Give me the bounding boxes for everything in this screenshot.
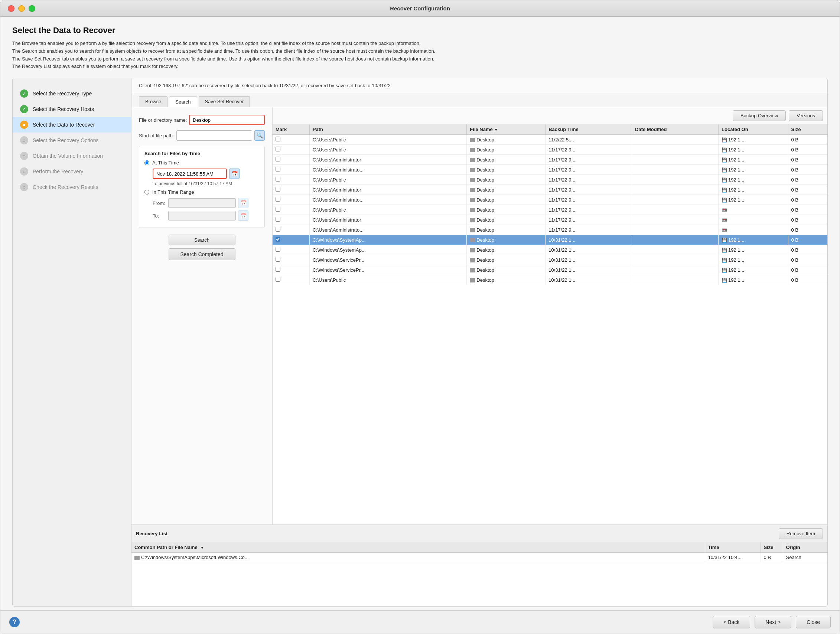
table-row[interactable]: C:\Users\PublicDesktop11/17/22 9:...💾192…	[273, 145, 827, 155]
sidebar-item-check[interactable]: ○ Check the Recovery Results	[13, 179, 131, 195]
results-table-container[interactable]: Mark Path File Name▼ Backup Time Date Mo…	[273, 125, 827, 525]
table-row[interactable]: C:\Users\PublicDesktop11/2/22 5:...💾192.…	[273, 135, 827, 145]
table-cell-filename: Desktop	[467, 195, 546, 205]
table-cell-located-on: 💾192.1...	[718, 155, 788, 165]
table-row[interactable]: C:\Windows\SystemAp...Desktop10/31/22 1:…	[273, 235, 827, 245]
start-path-input[interactable]	[177, 130, 252, 141]
to-calendar-button[interactable]: 📅	[238, 210, 248, 221]
row-checkbox[interactable]	[276, 167, 280, 172]
tab-search[interactable]: Search	[169, 96, 197, 107]
remove-item-button[interactable]: Remove Item	[779, 528, 823, 539]
minimize-traffic-light[interactable]	[18, 5, 25, 12]
table-cell-mark[interactable]	[273, 195, 309, 205]
next-button[interactable]: Next >	[755, 616, 791, 628]
row-checkbox[interactable]	[276, 277, 280, 282]
search-completed-status: Search Completed	[169, 248, 235, 260]
row-checkbox[interactable]	[276, 137, 280, 142]
table-row[interactable]: C:\Windows\SystemAp...Desktop10/31/22 1:…	[273, 245, 827, 255]
table-row[interactable]: C:\Windows\ServicePr...Desktop10/31/22 1…	[273, 255, 827, 265]
row-checkbox[interactable]	[276, 257, 280, 262]
table-row[interactable]: C:\Users\PublicDesktop11/17/22 9:...💾192…	[273, 175, 827, 185]
table-cell-size: 0 B	[788, 225, 827, 235]
recovery-list-table-container[interactable]: Common Path or File Name ▼ Time Size Ori…	[131, 542, 827, 606]
table-row[interactable]: C:\Users\Administrato...Desktop11/17/22 …	[273, 225, 827, 235]
table-row[interactable]: C:\Users\AdministratorDesktop11/17/22 9:…	[273, 155, 827, 165]
table-cell-mark[interactable]	[273, 145, 309, 155]
row-checkbox[interactable]	[276, 267, 280, 272]
table-cell-mark[interactable]	[273, 175, 309, 185]
col-header-filename[interactable]: File Name▼	[467, 125, 546, 135]
table-cell-filename: Desktop	[467, 145, 546, 155]
table-cell-mark[interactable]	[273, 185, 309, 195]
table-cell-mark[interactable]	[273, 225, 309, 235]
close-traffic-light[interactable]	[8, 5, 14, 12]
row-checkbox[interactable]	[276, 147, 280, 151]
table-cell-filename: Desktop	[467, 165, 546, 175]
tab-browse[interactable]: Browse	[139, 96, 167, 107]
table-row[interactable]: C:\Users\AdministratorDesktop11/17/22 9:…	[273, 185, 827, 195]
to-input[interactable]	[168, 211, 236, 221]
traffic-lights	[8, 5, 35, 12]
sidebar-item-volume[interactable]: ○ Obtain the Volume Information	[13, 148, 131, 164]
sidebar-item-options[interactable]: ○ Select the Recovery Options	[13, 132, 131, 148]
row-checkbox[interactable]	[276, 187, 280, 192]
table-row[interactable]: C:\Users\PublicDesktop11/17/22 9:...📼0 B	[273, 205, 827, 215]
maximize-traffic-light[interactable]	[28, 5, 35, 12]
table-row[interactable]: C:\Users\Administrato...Desktop11/17/22 …	[273, 165, 827, 175]
row-checkbox[interactable]	[276, 237, 280, 242]
sidebar-item-data[interactable]: ● Select the Data to Recover	[13, 117, 131, 132]
table-cell-path: C:\Users\Public	[309, 205, 467, 215]
step-icon-perform: ○	[20, 167, 28, 175]
search-time-title: Search for Files by Time	[144, 151, 259, 156]
from-input[interactable]	[168, 198, 236, 208]
table-cell-mark[interactable]	[273, 265, 309, 275]
radio-in-time-range[interactable]	[144, 190, 149, 194]
results-table: Mark Path File Name▼ Backup Time Date Mo…	[273, 125, 827, 285]
sidebar-item-recovery-type[interactable]: ✓ Select the Recovery Type	[13, 86, 131, 101]
row-checkbox[interactable]	[276, 207, 280, 211]
table-cell-path: C:\Users\Public	[309, 275, 467, 285]
help-button[interactable]: ?	[9, 617, 20, 627]
table-row[interactable]: C:\Users\Administrato...Desktop11/17/22 …	[273, 195, 827, 205]
radio-at-this-time[interactable]	[144, 160, 149, 165]
row-checkbox[interactable]	[276, 227, 280, 232]
table-cell-date-modified	[632, 135, 718, 145]
recovery-list-row[interactable]: C:\Windows\SystemApps\Microsoft.Windows.…	[131, 553, 827, 562]
row-checkbox[interactable]	[276, 197, 280, 202]
backup-overview-button[interactable]: Backup Overview	[733, 110, 786, 121]
start-path-calendar-button[interactable]: 🔍	[254, 130, 265, 141]
table-row[interactable]: C:\Users\PublicDesktop10/31/22 1:...💾192…	[273, 275, 827, 285]
table-cell-mark[interactable]	[273, 275, 309, 285]
datetime-input[interactable]	[153, 169, 227, 179]
table-cell-mark[interactable]	[273, 155, 309, 165]
row-checkbox[interactable]	[276, 177, 280, 181]
table-cell-mark[interactable]	[273, 215, 309, 225]
search-button[interactable]: Search	[169, 235, 235, 245]
table-cell-filename: Desktop	[467, 155, 546, 165]
table-cell-mark[interactable]	[273, 135, 309, 145]
step-label-check: Check the Recovery Results	[33, 184, 98, 190]
tab-saveset[interactable]: Save Set Recover	[199, 96, 250, 107]
close-button[interactable]: Close	[796, 616, 831, 628]
versions-button[interactable]: Versions	[789, 110, 823, 121]
table-cell-mark[interactable]	[273, 245, 309, 255]
from-calendar-button[interactable]: 📅	[238, 198, 248, 208]
table-cell-backup-time: 11/17/22 9:...	[546, 215, 632, 225]
sidebar-item-perform[interactable]: ○ Perform the Recovery	[13, 164, 131, 179]
table-row[interactable]: C:\Windows\ServicePr...Desktop10/31/22 1…	[273, 265, 827, 275]
row-checkbox[interactable]	[276, 247, 280, 252]
table-cell-mark[interactable]	[273, 235, 309, 245]
table-cell-mark[interactable]	[273, 255, 309, 265]
datetime-calendar-button[interactable]: 📅	[229, 169, 240, 179]
row-checkbox[interactable]	[276, 157, 280, 161]
table-row[interactable]: C:\Users\AdministratorDesktop11/17/22 9:…	[273, 215, 827, 225]
table-cell-date-modified	[632, 255, 718, 265]
table-cell-mark[interactable]	[273, 165, 309, 175]
table-cell-size: 0 B	[788, 235, 827, 245]
table-cell-mark[interactable]	[273, 205, 309, 215]
row-checkbox[interactable]	[276, 217, 280, 222]
table-cell-size: 0 B	[788, 275, 827, 285]
file-dir-input[interactable]	[189, 115, 265, 125]
back-button[interactable]: < Back	[713, 616, 750, 628]
sidebar-item-recovery-hosts[interactable]: ✓ Select the Recovery Hosts	[13, 101, 131, 117]
